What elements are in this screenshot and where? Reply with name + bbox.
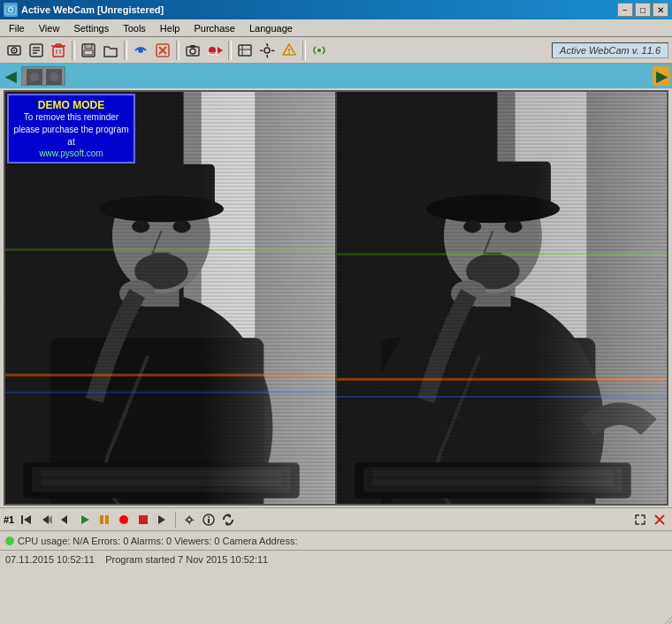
- svg-marker-88: [61, 515, 67, 524]
- ctrl-back[interactable]: [57, 511, 74, 529]
- svg-point-39: [30, 72, 39, 81]
- svg-rect-92: [139, 515, 148, 524]
- svg-line-102: [665, 617, 672, 624]
- app-icon: [4, 3, 18, 17]
- ctrl-pause[interactable]: [95, 511, 113, 529]
- maximize-button[interactable]: □: [635, 3, 651, 17]
- ctrl-sep-1: [175, 512, 177, 528]
- svg-marker-93: [158, 515, 165, 524]
- camera-thumbnail[interactable]: [21, 66, 65, 86]
- svg-rect-10: [53, 47, 64, 57]
- svg-marker-89: [81, 515, 89, 524]
- date-bar: 07.11.2015 10:52:11 Program started 7 No…: [0, 550, 672, 567]
- svg-marker-85: [24, 515, 31, 524]
- camera-right: [335, 92, 667, 504]
- title-bar: Active WebCam [Unregistered] − □ ✕: [0, 0, 672, 19]
- menu-language[interactable]: Language: [242, 19, 300, 36]
- toolbar: REC Active WebCam v. 11.6: [0, 37, 672, 64]
- svg-point-35: [317, 49, 321, 52]
- svg-rect-28: [239, 45, 251, 56]
- ctrl-expand[interactable]: [631, 511, 649, 529]
- status-indicator: [5, 536, 14, 545]
- toolbar-disconnect[interactable]: [152, 40, 173, 61]
- ctrl-next[interactable]: [154, 511, 172, 529]
- svg-point-18: [138, 48, 143, 53]
- resize-grip[interactable]: [658, 610, 672, 624]
- toolbar-snapshot[interactable]: [182, 40, 203, 61]
- ctrl-first[interactable]: [18, 511, 35, 529]
- toolbar-delete[interactable]: [48, 40, 69, 61]
- close-button[interactable]: ✕: [653, 3, 668, 17]
- toolbar-connect[interactable]: [130, 40, 151, 61]
- svg-rect-90: [100, 515, 103, 524]
- camera-number: #1: [4, 514, 14, 525]
- left-bg-glow: [203, 92, 335, 504]
- date-text: 07.11.2015 10:52:11 Program started 7 No…: [5, 554, 268, 565]
- prev-camera-button[interactable]: ◀: [2, 66, 19, 86]
- minimize-button[interactable]: −: [617, 3, 633, 17]
- demo-line3: at: [67, 137, 74, 147]
- demo-overlay: DEMO MODE To remove this reminder please…: [7, 94, 135, 164]
- ctrl-record-dot[interactable]: [115, 511, 133, 529]
- svg-point-72: [463, 220, 481, 232]
- toolbar-sep-5: [302, 41, 306, 60]
- title-buttons: − □ ✕: [617, 3, 668, 17]
- svg-point-34: [288, 52, 290, 54]
- ctrl-refresh[interactable]: [219, 511, 237, 529]
- next-camera-button[interactable]: ▶: [653, 66, 670, 86]
- toolbar-sep-3: [176, 41, 179, 60]
- camera-strip: ◀ ▶: [0, 64, 672, 88]
- status-text: CPU usage: N/A Errors: 0 Alarms: 0 Viewe…: [18, 536, 297, 546]
- svg-point-2: [10, 9, 12, 11]
- current-datetime: 07.11.2015 10:52:11: [5, 554, 95, 565]
- svg-point-31: [264, 48, 270, 53]
- toolbar-properties[interactable]: [26, 40, 47, 61]
- toolbar-sep-4: [228, 41, 232, 60]
- demo-title: DEMO MODE: [12, 99, 130, 111]
- demo-link[interactable]: www.pysoft.com: [12, 148, 130, 158]
- svg-line-103: [668, 620, 672, 624]
- ctrl-play[interactable]: [76, 511, 94, 529]
- toolbar-sep-1: [72, 41, 75, 60]
- toolbar-save[interactable]: [78, 40, 99, 61]
- svg-point-73: [505, 220, 523, 232]
- demo-line1: To remove this reminder: [24, 112, 118, 122]
- toolbar-settings[interactable]: [256, 40, 278, 61]
- toolbar-ftp[interactable]: [234, 40, 256, 61]
- ctrl-settings[interactable]: [180, 511, 198, 529]
- svg-point-51: [173, 220, 191, 232]
- window-title: Active WebCam [Unregistered]: [21, 4, 164, 15]
- svg-point-23: [190, 49, 195, 54]
- right-bg-glow: [535, 92, 667, 504]
- demo-text: To remove this reminder please purchase …: [12, 111, 130, 148]
- menu-settings[interactable]: Settings: [66, 19, 116, 36]
- title-bar-left: Active WebCam [Unregistered]: [4, 3, 164, 17]
- toolbar-broadcast[interactable]: [309, 40, 330, 61]
- demo-line2: please purchase the program: [13, 125, 128, 134]
- svg-rect-17: [84, 50, 93, 55]
- menu-purchase[interactable]: Purchase: [187, 19, 241, 36]
- ctrl-prev[interactable]: [37, 511, 55, 529]
- ctrl-close-view[interactable]: [651, 511, 668, 529]
- toolbar-new-camera[interactable]: [4, 40, 25, 61]
- menu-tools[interactable]: Tools: [116, 19, 153, 36]
- ctrl-stop[interactable]: [134, 511, 152, 529]
- svg-rect-24: [190, 45, 195, 48]
- svg-point-40: [50, 72, 58, 81]
- menu-bar: File View Settings Tools Help Purchase L…: [0, 19, 672, 37]
- menu-file[interactable]: File: [2, 19, 32, 36]
- ctrl-info[interactable]: [200, 511, 218, 529]
- svg-point-97: [208, 516, 210, 518]
- toolbar-sep-2: [124, 41, 127, 60]
- svg-rect-91: [105, 515, 109, 524]
- svg-rect-16: [85, 44, 92, 49]
- menu-view[interactable]: View: [32, 19, 67, 36]
- controls-bar: #1: [0, 507, 672, 530]
- toolbar-open[interactable]: [100, 40, 121, 61]
- toolbar-record[interactable]: REC: [204, 40, 225, 61]
- menu-help[interactable]: Help: [153, 19, 187, 36]
- record-indicator: [119, 515, 128, 524]
- toolbar-motion[interactable]: [279, 40, 300, 61]
- svg-text:REC: REC: [208, 51, 219, 57]
- status-bar: CPU usage: N/A Errors: 0 Alarms: 0 Viewe…: [0, 530, 672, 550]
